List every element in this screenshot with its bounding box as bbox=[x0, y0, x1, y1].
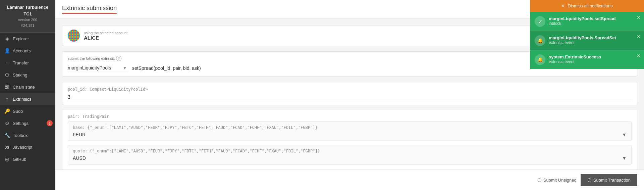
chain-state-icon: ⛓ bbox=[4, 84, 10, 90]
param-pair-base-row: FEUR ▼ bbox=[73, 132, 627, 137]
notif-2-subtitle: extrinsic event bbox=[549, 59, 639, 64]
param-pool-id: pool_id: Compact<LiquidityPoolId> bbox=[62, 82, 637, 105]
sidebar-item-extrinsics[interactable]: ↑ Extrinsics bbox=[0, 93, 55, 105]
submit-transaction-icon: ⬡ bbox=[587, 177, 591, 183]
notif-0-text: marginLiquidityPools.setSpread inblock bbox=[549, 16, 639, 26]
sidebar-item-transfer[interactable]: ↔ Transfer bbox=[0, 57, 55, 69]
dismiss-x-icon: ✕ bbox=[561, 3, 565, 8]
notif-1-icon: 🔔 bbox=[535, 35, 545, 46]
block-number: #24,191 bbox=[3, 23, 52, 29]
submit-unsigned-label: Submit Unsigned bbox=[543, 178, 577, 183]
sidebar-label-javascript: Javascript bbox=[13, 145, 33, 150]
sidebar-label-extrinsics: Extrinsics bbox=[13, 97, 32, 102]
notif-0-subtitle: inblock bbox=[549, 21, 639, 26]
notif-0-icon: ✓ bbox=[535, 16, 545, 27]
sidebar-item-explorer[interactable]: ◈ Explorer bbox=[0, 33, 55, 45]
sidebar-label-transfer: Transfer bbox=[13, 60, 29, 65]
sidebar-item-chain-state[interactable]: ⛓ Chain state bbox=[0, 81, 55, 93]
footer: ⬡ Submit Unsigned ⬡ Submit Transaction bbox=[55, 170, 644, 190]
module-selector-wrapper: marginLiquidityPools ▼ bbox=[68, 64, 128, 72]
avatar bbox=[68, 30, 80, 42]
param-pair-label: pair: TradingPair bbox=[68, 114, 632, 119]
sidebar-item-settings[interactable]: ⚙ Settings 1 bbox=[0, 117, 55, 129]
notif-1-close[interactable]: ✕ bbox=[637, 34, 641, 39]
check-icon-0: ✓ bbox=[538, 18, 542, 25]
pair-quote-dropdown-arrow[interactable]: ▼ bbox=[622, 155, 627, 161]
explorer-icon: ◈ bbox=[4, 36, 10, 41]
sidebar-label-staking: Staking bbox=[13, 73, 27, 78]
param-pair-quote-row: AUSD ▼ bbox=[73, 155, 627, 161]
javascript-icon: JS bbox=[4, 145, 10, 149]
param-pool-id-value bbox=[68, 94, 632, 100]
notification-1: 🔔 marginLiquidityPools.SpreadSet extrins… bbox=[530, 31, 644, 50]
sidebar-label-explorer: Explorer bbox=[13, 36, 29, 41]
sidebar-label-github: GitHub bbox=[13, 157, 26, 162]
bell-icon-1: 🔔 bbox=[537, 38, 543, 43]
sidebar-header: Laminar Turbulence TC1 version 200 #24,1… bbox=[0, 0, 55, 33]
settings-icon: ⚙ bbox=[4, 121, 10, 126]
module-selector[interactable]: marginLiquidityPools bbox=[68, 64, 128, 72]
sidebar-item-sudo[interactable]: 🔑 Sudo bbox=[0, 105, 55, 117]
notif-2-title: system.ExtrinsicSuccess bbox=[549, 54, 639, 59]
notif-2-close[interactable]: ✕ bbox=[637, 53, 641, 58]
param-pool-id-input[interactable] bbox=[68, 94, 632, 100]
account-name: ALICE bbox=[84, 35, 127, 41]
main-content: Extrinsic submission using the selected … bbox=[55, 0, 644, 190]
page-title: Extrinsic submission bbox=[62, 5, 117, 14]
param-pool-id-label: pool_id: Compact<LiquidityPoolId> bbox=[68, 87, 632, 92]
submit-transaction-label: Submit Transaction bbox=[593, 178, 631, 183]
submit-unsigned-icon: ⬡ bbox=[537, 177, 541, 183]
sidebar-item-javascript[interactable]: JS Javascript bbox=[0, 141, 55, 153]
node-name: Laminar Turbulence TC1 bbox=[3, 4, 52, 17]
account-left: using the selected account ALICE bbox=[68, 30, 127, 42]
notification-0: ✓ marginLiquidityPools.setSpread inblock… bbox=[530, 12, 644, 31]
using-text: using the selected account bbox=[84, 31, 127, 35]
submit-unsigned-button[interactable]: ⬡ Submit Unsigned bbox=[537, 177, 577, 183]
transfer-icon: ↔ bbox=[4, 60, 10, 65]
bell-icon-2: 🔔 bbox=[537, 57, 543, 62]
sidebar-item-toolbox[interactable]: 🔧 Toolbox bbox=[0, 129, 55, 141]
param-pair: pair: TradingPair base: {"_enum":["LAMI"… bbox=[62, 109, 637, 170]
account-info: using the selected account ALICE bbox=[84, 31, 127, 41]
notif-1-subtitle: extrinsic event bbox=[549, 40, 639, 45]
settings-badge: 1 bbox=[47, 120, 53, 126]
extrinsic-call: setSpread(pool_id, pair, bid, ask) bbox=[132, 65, 201, 71]
notif-1-text: marginLiquidityPools.SpreadSet extrinsic… bbox=[549, 35, 639, 45]
param-pair-quote-label: quote: {"_enum":["LAMI","AUSD","FEUR","F… bbox=[73, 149, 627, 153]
sidebar-item-accounts[interactable]: 👤 Accounts bbox=[0, 45, 55, 57]
param-pair-base-label: base: {"_enum":["LAMI","AUSD","FEUR","FJ… bbox=[73, 125, 627, 130]
accounts-icon: 👤 bbox=[4, 48, 10, 53]
submit-transaction-button[interactable]: ⬡ Submit Transaction bbox=[581, 174, 637, 186]
dismiss-all-label: Dismiss all notifications bbox=[568, 3, 612, 8]
sidebar-label-toolbox: Toolbox bbox=[13, 133, 28, 138]
param-pair-quote-selected: AUSD bbox=[73, 155, 86, 161]
sudo-icon: 🔑 bbox=[4, 108, 10, 114]
avatar-inner bbox=[68, 30, 80, 42]
dismiss-all-bar[interactable]: ✕ Dismiss all notifications bbox=[530, 0, 644, 12]
sidebar-label-settings: Settings bbox=[13, 121, 29, 126]
notif-2-text: system.ExtrinsicSuccess extrinsic event bbox=[549, 54, 639, 64]
notifications-panel: ✕ Dismiss all notifications ✓ marginLiqu… bbox=[530, 0, 644, 69]
sidebar-item-github[interactable]: ◎ GitHub bbox=[0, 153, 55, 165]
param-pair-base: base: {"_enum":["LAMI","AUSD","FEUR","FJ… bbox=[68, 122, 632, 141]
sidebar-label-accounts: Accounts bbox=[13, 48, 31, 53]
version: version 200 bbox=[3, 17, 52, 23]
staking-icon: ⬡ bbox=[4, 72, 10, 78]
help-icon[interactable]: ? bbox=[116, 56, 121, 61]
github-icon: ◎ bbox=[4, 156, 10, 162]
param-pair-quote: quote: {"_enum":["LAMI","AUSD","FEUR","F… bbox=[68, 145, 632, 164]
sidebar: Laminar Turbulence TC1 version 200 #24,1… bbox=[0, 0, 55, 190]
extrinsics-icon: ↑ bbox=[4, 96, 10, 102]
toolbox-icon: 🔧 bbox=[4, 133, 10, 138]
notif-0-title: marginLiquidityPools.setSpread bbox=[549, 16, 639, 21]
sidebar-item-staking[interactable]: ⬡ Staking bbox=[0, 69, 55, 81]
sidebar-label-sudo: Sudo bbox=[13, 109, 23, 114]
pair-base-dropdown-arrow[interactable]: ▼ bbox=[622, 132, 627, 137]
sidebar-label-chain-state: Chain state bbox=[13, 85, 35, 90]
notif-2-icon: 🔔 bbox=[535, 54, 545, 65]
notif-0-close[interactable]: ✕ bbox=[637, 15, 641, 20]
notif-1-title: marginLiquidityPools.SpreadSet bbox=[549, 35, 639, 40]
notification-2: 🔔 system.ExtrinsicSuccess extrinsic even… bbox=[530, 50, 644, 69]
param-pair-base-selected: FEUR bbox=[73, 132, 86, 137]
